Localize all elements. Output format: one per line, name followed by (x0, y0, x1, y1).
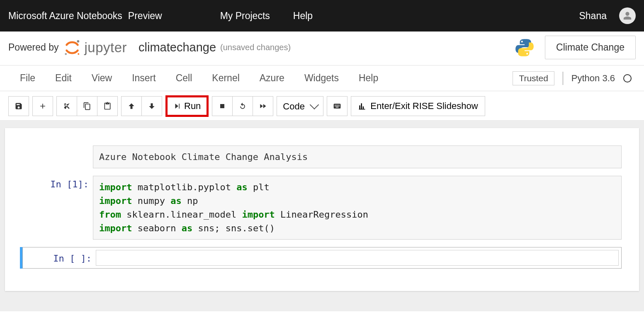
menu-edit[interactable]: Edit (45, 73, 82, 84)
kernel-status-icon[interactable] (623, 74, 632, 82)
code-text: LinearRegression (275, 209, 368, 220)
run-label: Run (184, 101, 201, 112)
cell-prompt (22, 145, 93, 168)
cell-code-active[interactable]: In [ ]: (22, 247, 622, 269)
cell-outer: In [ ]: (22, 247, 622, 269)
code-kw: import (99, 223, 132, 233)
cell-input[interactable] (96, 250, 619, 266)
code-text: numpy (132, 196, 170, 206)
jupyter-logo: jupyter (63, 39, 127, 56)
stop-button[interactable] (212, 96, 233, 116)
code-text: plt (248, 182, 270, 192)
nav-help[interactable]: Help (293, 10, 313, 22)
code-text: matplotlib.pyplot (132, 182, 236, 192)
code-kw: import (242, 209, 275, 220)
preview-label: Preview (128, 10, 162, 22)
menu-view[interactable]: View (82, 73, 122, 84)
code-text: sns; sns.set() (192, 223, 275, 233)
svg-rect-3 (220, 104, 224, 108)
copy-icon (83, 102, 91, 110)
cell-prompt: In [1]: (22, 176, 93, 240)
menu-widgets[interactable]: Widgets (294, 73, 349, 84)
brand-label: Microsoft Azure Notebooks (8, 10, 122, 22)
cell-text: Azure Notebook Climate Change Analysis (99, 152, 308, 162)
title-right: Climate Change (514, 36, 636, 59)
add-cell-button[interactable] (32, 96, 53, 116)
arrow-up-icon (127, 102, 136, 110)
cell-raw[interactable]: Azure Notebook Climate Change Analysis (22, 145, 622, 168)
save-button[interactable] (8, 96, 29, 116)
code-text: np (182, 196, 198, 206)
run-button[interactable]: Run (165, 95, 209, 117)
arrow-down-icon (148, 102, 156, 110)
user-avatar[interactable] (619, 7, 636, 24)
top-nav: My Projects Help (220, 10, 313, 22)
copy-button[interactable] (77, 96, 97, 116)
stop-icon (218, 102, 226, 110)
cut-button[interactable] (56, 96, 77, 116)
scissors-icon (63, 102, 71, 110)
celltype-select[interactable]: Code (277, 96, 323, 116)
keyboard-icon (333, 102, 341, 110)
azure-top-bar: Microsoft Azure Notebooks Preview My Pro… (0, 0, 644, 32)
fast-forward-icon (259, 102, 267, 110)
restart-icon (238, 102, 247, 110)
cell-input[interactable]: import matplotlib.pyplot as plt import n… (93, 176, 622, 240)
menu-kernel[interactable]: Kernel (202, 73, 249, 84)
notebook-background: Azure Notebook Climate Change Analysis I… (0, 121, 644, 311)
menu-insert[interactable]: Insert (122, 73, 166, 84)
move-up-button[interactable] (121, 96, 142, 116)
project-button[interactable]: Climate Change (545, 36, 636, 59)
menu-right: Trusted Python 3.6 (513, 71, 632, 85)
menu-azure[interactable]: Azure (250, 73, 294, 84)
rise-label: Enter/Exit RISE Slideshow (370, 101, 478, 112)
celltype-wrap: Code (277, 96, 323, 116)
cell-prompt: In [ ]: (25, 250, 96, 266)
rise-slideshow-button[interactable]: Enter/Exit RISE Slideshow (351, 96, 485, 116)
run-icon (173, 102, 181, 110)
code-kw: as (170, 196, 182, 206)
menu-cell[interactable]: Cell (166, 73, 202, 84)
kernel-name[interactable]: Python 3.6 (571, 73, 615, 84)
notebook-status: (unsaved changes) (220, 43, 291, 52)
paste-icon (103, 102, 112, 110)
paste-button[interactable] (97, 96, 118, 116)
code-kw: from (99, 209, 121, 220)
code-text: seaborn (132, 223, 181, 233)
notebook-title-bar: Powered by jupyter climatechange (unsave… (0, 32, 644, 65)
cell-code-1[interactable]: In [1]: import matplotlib.pyplot as plt … (22, 176, 622, 240)
svg-point-1 (65, 53, 67, 55)
plus-icon (39, 102, 47, 110)
user-name[interactable]: Shana (579, 10, 607, 22)
code-kw: as (182, 223, 193, 233)
python-logo-icon (514, 37, 535, 58)
nav-my-projects[interactable]: My Projects (220, 10, 270, 22)
code-kw: as (236, 182, 248, 192)
save-icon (15, 102, 23, 110)
bar-chart-icon (358, 102, 366, 110)
notebook-name[interactable]: climatechange (139, 41, 216, 54)
cell-input[interactable]: Azure Notebook Climate Change Analysis (93, 145, 622, 168)
restart-run-all-button[interactable] (253, 96, 273, 116)
code-kw: import (99, 182, 132, 192)
menu-bar: File Edit View Insert Cell Kernel Azure … (0, 65, 644, 91)
toolbar: Run Code Enter/Exit RISE Slideshow (0, 91, 644, 121)
svg-point-0 (77, 40, 80, 42)
menu-help[interactable]: Help (349, 73, 388, 84)
trusted-badge[interactable]: Trusted (513, 71, 554, 85)
jupyter-text: jupyter (84, 40, 127, 56)
divider (563, 72, 563, 85)
code-kw: import (99, 196, 132, 206)
move-down-button[interactable] (141, 96, 162, 116)
notebook-container: Azure Notebook Climate Change Analysis I… (5, 128, 639, 291)
jupyter-icon (63, 39, 81, 56)
svg-point-2 (78, 53, 80, 55)
menu-file[interactable]: File (12, 73, 45, 84)
top-left: Microsoft Azure Notebooks Preview (8, 10, 162, 22)
restart-button[interactable] (232, 96, 253, 116)
top-right: Shana (579, 7, 636, 24)
powered-by-label: Powered by (8, 42, 58, 53)
code-text: sklearn.linear_model (121, 209, 242, 220)
user-icon (623, 11, 632, 20)
command-palette-button[interactable] (327, 96, 348, 116)
